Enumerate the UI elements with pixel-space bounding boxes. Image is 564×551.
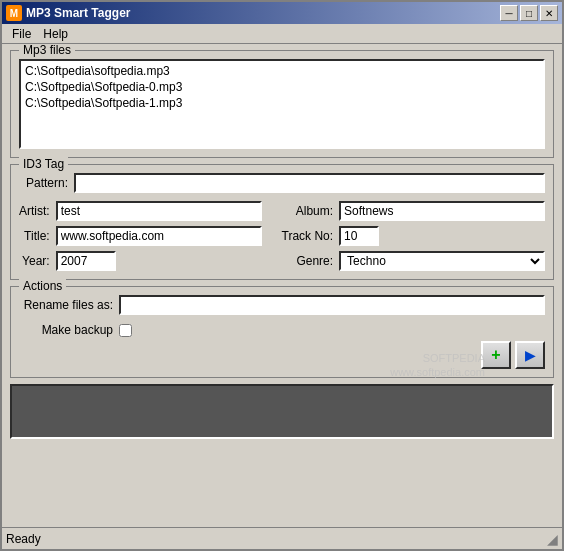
rename-row: Rename files as:	[19, 295, 545, 315]
status-text: Ready	[6, 532, 41, 546]
title-bar-left: M MP3 Smart Tagger	[6, 5, 130, 21]
menu-bar: File Help	[2, 24, 562, 44]
add-button[interactable]: +	[481, 341, 511, 369]
album-label: Album:	[282, 204, 340, 218]
track-no-label: Track No:	[282, 229, 340, 243]
year-input[interactable]	[56, 251, 116, 271]
backup-row: Make backup	[19, 323, 545, 337]
menu-help[interactable]: Help	[37, 25, 74, 43]
rename-input[interactable]	[119, 295, 545, 315]
track-no-input[interactable]	[339, 226, 379, 246]
actions-group: Actions Rename files as: Make backup SOF…	[10, 286, 554, 378]
id3-tag-group: ID3 Tag Pattern: Artist: Album: Title: T…	[10, 164, 554, 280]
genre-select[interactable]: Techno Rock Pop Jazz Classical Other	[339, 251, 545, 271]
actions-bottom: SOFTPEDIA www.softpedia.com + ▶	[19, 341, 545, 369]
title-bar-buttons: ─ □ ✕	[500, 5, 558, 21]
rename-label: Rename files as:	[19, 298, 119, 312]
app-icon: M	[6, 5, 22, 21]
album-input[interactable]	[339, 201, 545, 221]
mp3-files-group: Mp3 files C:\Softpedia\softpedia.mp3 C:\…	[10, 50, 554, 158]
resize-icon: ◢	[547, 531, 558, 547]
add-icon: +	[491, 346, 500, 364]
progress-area	[10, 384, 554, 439]
status-bar: Ready ◢	[2, 527, 562, 549]
close-button[interactable]: ✕	[540, 5, 558, 21]
pattern-label: Pattern:	[19, 176, 74, 190]
list-item[interactable]: C:\Softpedia\softpedia.mp3	[23, 63, 541, 79]
id3-tag-title: ID3 Tag	[19, 157, 68, 171]
list-item[interactable]: C:\Softpedia\Softpedia-0.mp3	[23, 79, 541, 95]
pattern-row: Pattern:	[19, 173, 545, 193]
play-icon: ▶	[525, 347, 536, 363]
actions-title: Actions	[19, 279, 66, 293]
year-label: Year:	[19, 254, 56, 268]
artist-input[interactable]	[56, 201, 262, 221]
main-window: M MP3 Smart Tagger ─ □ ✕ File Help Mp3 f…	[0, 0, 564, 551]
mp3-files-title: Mp3 files	[19, 44, 75, 57]
mp3-files-list[interactable]: C:\Softpedia\softpedia.mp3 C:\Softpedia\…	[19, 59, 545, 149]
window-title: MP3 Smart Tagger	[26, 6, 130, 20]
fields-grid: Artist: Album: Title: Track No: Year: Ge…	[19, 201, 545, 271]
title-bar: M MP3 Smart Tagger ─ □ ✕	[2, 2, 562, 24]
watermark-line2: www.softpedia.com	[390, 365, 485, 379]
watermark-line1: SOFTPEDIA	[390, 351, 485, 365]
minimize-button[interactable]: ─	[500, 5, 518, 21]
list-item[interactable]: C:\Softpedia\Softpedia-1.mp3	[23, 95, 541, 111]
watermark: SOFTPEDIA www.softpedia.com	[390, 351, 485, 380]
artist-label: Artist:	[19, 204, 56, 218]
play-button[interactable]: ▶	[515, 341, 545, 369]
pattern-input[interactable]	[74, 173, 545, 193]
genre-label: Genre:	[282, 254, 340, 268]
title-label: Title:	[19, 229, 56, 243]
title-input[interactable]	[56, 226, 262, 246]
backup-label: Make backup	[19, 323, 119, 337]
menu-file[interactable]: File	[6, 25, 37, 43]
backup-checkbox[interactable]	[119, 324, 132, 337]
main-content: Mp3 files C:\Softpedia\softpedia.mp3 C:\…	[2, 44, 562, 527]
maximize-button[interactable]: □	[520, 5, 538, 21]
